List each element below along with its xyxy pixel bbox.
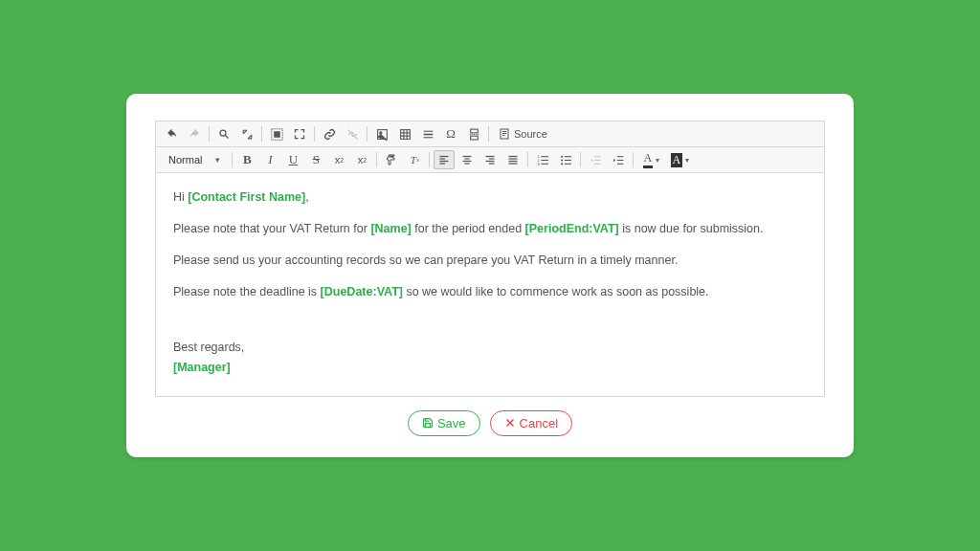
redo-icon[interactable]	[184, 124, 205, 143]
format-label: Normal	[168, 154, 202, 165]
manager-token: [Manager]	[173, 361, 231, 374]
save-button[interactable]: Save	[408, 410, 480, 436]
special-char-icon[interactable]: Ω	[440, 124, 461, 143]
send-records-line: Please send us your accounting records s…	[173, 252, 807, 270]
signoff-line: Best regards,	[173, 339, 807, 357]
svg-rect-15	[470, 129, 478, 133]
cancel-label: Cancel	[520, 416, 558, 430]
toolbar-separator	[314, 126, 315, 142]
svg-rect-17	[470, 136, 478, 140]
toolbar-row-2: Normal ▾ B I U S x2 x2 Tx	[156, 147, 824, 173]
outdent-icon[interactable]	[585, 150, 606, 169]
text: so we would like to commence work as soo…	[403, 285, 709, 298]
toolbar-separator	[367, 126, 368, 142]
select-all-icon[interactable]	[266, 124, 287, 143]
undo-icon[interactable]	[161, 124, 182, 143]
greeting-line: Hi [Contact First Name],	[173, 188, 807, 207]
save-label: Save	[437, 416, 466, 430]
bulleted-list-icon[interactable]	[555, 150, 576, 169]
horizontal-rule-icon[interactable]	[417, 124, 438, 143]
format-dropdown[interactable]: Normal ▾	[162, 150, 227, 169]
svg-point-0	[220, 130, 226, 136]
page-break-icon[interactable]	[463, 124, 484, 143]
source-label: Source	[514, 128, 547, 140]
contact-first-name-token: [Contact First Name]	[188, 190, 305, 204]
rich-text-editor: Ω Source Normal ▾ B I U S x2 x2	[155, 121, 825, 397]
numbered-list-icon[interactable]: 123	[532, 150, 553, 169]
text: ,	[305, 190, 308, 204]
vat-return-due-line: Please note that your VAT Return for [Na…	[173, 220, 807, 238]
align-center-icon[interactable]	[457, 150, 478, 169]
image-icon[interactable]	[371, 124, 392, 143]
svg-rect-7	[400, 129, 410, 139]
text: Please note the deadline is	[173, 285, 321, 298]
toolbar-separator	[488, 126, 489, 142]
text: is now due for submission.	[619, 222, 764, 235]
svg-point-44	[561, 155, 563, 157]
name-token: [Name]	[370, 222, 411, 235]
due-date-vat-token: [DueDate:VAT]	[321, 285, 403, 298]
unlink-icon[interactable]	[342, 124, 363, 143]
italic-icon[interactable]: I	[259, 150, 280, 169]
align-justify-icon[interactable]	[502, 150, 523, 169]
editor-card: Ω Source Normal ▾ B I U S x2 x2	[126, 94, 854, 457]
maximize-icon[interactable]	[289, 124, 310, 143]
underline-icon[interactable]: U	[282, 150, 303, 169]
svg-rect-3	[274, 131, 280, 138]
superscript-icon[interactable]: x2	[351, 150, 372, 169]
source-button[interactable]: Source	[492, 124, 554, 143]
text: Hi	[173, 190, 188, 204]
deadline-line: Please note the deadline is [DueDate:VAT…	[173, 283, 807, 301]
subscript-icon[interactable]: x2	[328, 150, 349, 169]
table-icon[interactable]	[394, 124, 415, 143]
signer-line: [Manager]	[173, 359, 807, 377]
replace-icon[interactable]	[236, 124, 257, 143]
svg-point-6	[379, 132, 381, 134]
align-left-icon[interactable]	[434, 150, 455, 169]
text: Please note that your VAT Return for	[173, 222, 370, 235]
toolbar-separator	[376, 152, 377, 167]
toolbar-separator	[261, 126, 262, 142]
copy-formatting-icon[interactable]	[381, 150, 402, 169]
close-icon	[504, 417, 516, 429]
svg-text:3: 3	[537, 163, 539, 166]
text-color-icon[interactable]: A▾	[637, 150, 664, 169]
link-icon[interactable]	[319, 124, 340, 143]
toolbar-row-1: Ω Source	[156, 121, 824, 147]
period-end-vat-token: [PeriodEnd:VAT]	[525, 222, 619, 235]
caret-down-icon: ▾	[215, 155, 220, 165]
toolbar-separator	[633, 152, 634, 167]
text: for the period ended	[412, 222, 525, 235]
svg-line-1	[226, 136, 229, 139]
action-buttons: Save Cancel	[155, 410, 825, 436]
svg-point-46	[561, 163, 563, 165]
align-right-icon[interactable]	[479, 150, 501, 169]
svg-point-45	[561, 159, 563, 161]
indent-icon[interactable]	[608, 150, 629, 169]
remove-format-icon[interactable]: Tx	[404, 150, 425, 169]
cancel-button[interactable]: Cancel	[490, 410, 572, 436]
toolbar-separator	[232, 152, 233, 167]
find-icon[interactable]	[213, 124, 234, 143]
strikethrough-icon[interactable]: S	[305, 150, 326, 169]
toolbar-separator	[429, 152, 430, 167]
toolbar-separator	[527, 152, 528, 167]
bg-color-icon[interactable]: A▾	[666, 150, 693, 169]
toolbar-separator	[209, 126, 210, 142]
bold-icon[interactable]: B	[236, 150, 257, 169]
toolbar-separator	[580, 152, 581, 167]
save-icon	[422, 417, 434, 429]
editor-content[interactable]: Hi [Contact First Name], Please note tha…	[156, 173, 824, 396]
